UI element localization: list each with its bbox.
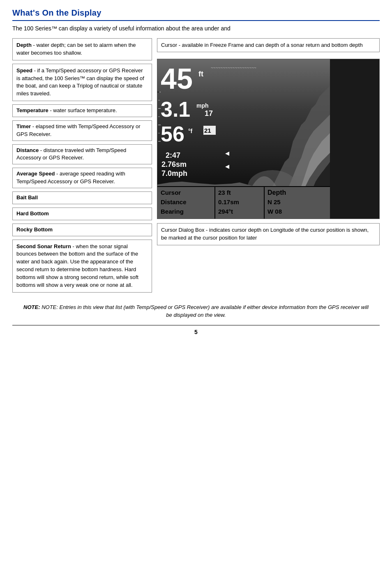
bait-ball-label: Bait Ball [16,194,38,201]
temperature-info-box: Temperature - water surface temperature. [12,104,152,117]
avg-speed-info-box: Average Speed - average speed reading wi… [12,168,152,188]
main-content: Depth - water depth; can be set to alarm… [12,38,380,296]
svg-text:~~~~~~~~~~~~~~~~~~~: ~~~~~~~~~~~~~~~~~~~ [211,66,256,70]
cursor-text: - available in Freeze Frame and can dept… [177,42,363,48]
second-sonar-label: Second Sonar Return [16,243,71,249]
timer-text: - elapsed time with Temp/Speed Accessory… [16,123,141,137]
svg-text:N 25: N 25 [267,198,281,205]
timer-info-box: Timer - elapsed time with Temp/Speed Acc… [12,120,152,141]
page-footer: 5 [12,325,380,335]
svg-text:7.0mph: 7.0mph [161,169,187,178]
temperature-label: Temperature [16,107,48,113]
svg-text:Cursor: Cursor [161,189,181,196]
second-sonar-info-box: Second Sonar Return - when the sonar sig… [12,240,152,293]
sonar-svg: 45 ft ~~~~~~~~~~~~~~~~~~~ 3.1 mph 17 56 … [157,59,330,219]
depth-text: - water depth; can be set to alarm when … [16,42,136,56]
svg-text:294°t: 294°t [218,208,233,215]
hard-bottom-info-box: Hard Bottom [12,208,152,220]
avg-speed-label: Average Speed [16,171,55,177]
svg-text:Bearing: Bearing [161,208,184,215]
svg-text:°f: °f [188,128,193,134]
svg-text:56: 56 [161,122,184,146]
hard-bottom-label: Hard Bottom [16,210,49,217]
svg-text:0.17sm: 0.17sm [218,198,239,205]
svg-text:2.76sm: 2.76sm [161,160,187,168]
intro-text: The 100 Series™ can display a variety of… [12,25,380,32]
svg-text:23 ft: 23 ft [218,189,231,196]
speed-info-box: Speed - if a Temp/Speed accessory or GPS… [12,64,152,101]
svg-text:2:47: 2:47 [166,151,180,159]
note-bold: NOTE: [23,304,40,310]
rocky-bottom-info-box: Rocky Bottom [12,224,152,236]
right-column: Cursor - available in Freeze Frame and c… [157,38,380,245]
speed-text: - if a Temp/Speed accessory or GPS Recei… [16,67,144,97]
speed-label: Speed [16,67,32,74]
depth-info-box: Depth - water depth; can be set to alarm… [12,38,152,60]
second-sonar-text: - when the sonar signal bounces between … [16,243,138,288]
svg-text:W 08: W 08 [267,208,282,215]
distance-label: Distance [16,147,39,153]
note-text: NOTE: Entries in this view that list (wi… [42,304,369,318]
left-column: Depth - water depth; can be set to alarm… [12,38,152,296]
distance-info-box: Distance - distance traveled with Temp/S… [12,144,152,165]
cursor-dialog-box: Cursor Dialog Box - indicates cursor dep… [157,223,380,245]
timer-label: Timer [16,123,31,129]
rocky-bottom-label: Rocky Bottom [16,226,53,233]
cursor-info-box: Cursor - available in Freeze Frame and c… [157,38,380,52]
svg-text:17: 17 [205,109,213,118]
svg-text:ft: ft [198,70,203,78]
svg-text:45: 45 [161,63,193,95]
sonar-display: 45 ft ~~~~~~~~~~~~~~~~~~~ 3.1 mph 17 56 … [157,59,380,219]
page-number: 5 [194,329,198,335]
svg-text:Depth: Depth [267,189,286,196]
depth-label: Depth [16,42,32,48]
svg-text:3.1: 3.1 [161,97,190,121]
page-title: What's On the Display [12,8,380,21]
cursor-label: Cursor [161,42,177,48]
temperature-text: - water surface temperature. [48,107,117,113]
svg-text:mph: mph [196,102,209,109]
cursor-dialog-label: Cursor Dialog Box [161,227,205,233]
bait-ball-info-box: Bait Ball [12,191,152,204]
svg-text:Distance: Distance [161,198,187,205]
note-section: NOTE: NOTE: Entries in this view that li… [12,303,380,319]
svg-text:21: 21 [204,127,211,134]
page-container: What's On the Display The 100 Series™ ca… [0,0,392,344]
